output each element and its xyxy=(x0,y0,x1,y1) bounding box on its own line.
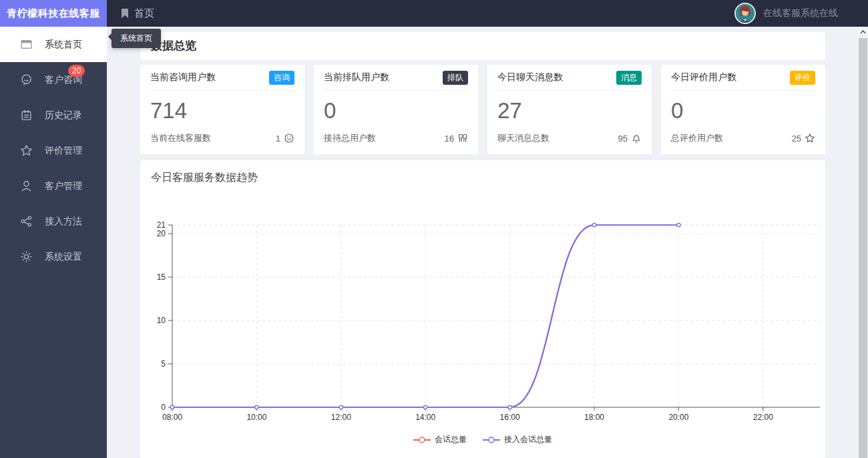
legend-marker-icon xyxy=(413,436,431,444)
consult-badge: 20 xyxy=(68,65,85,77)
share-icon xyxy=(20,215,33,228)
card-footer-label: 接待总用户数 xyxy=(324,132,376,144)
card-value: 0 xyxy=(671,98,815,124)
sidebar-item-label: 客户管理 xyxy=(45,180,82,192)
stat-cards: 当前咨询用户数 咨询 714 当前在线客服数 1 当前排队用户数 排 xyxy=(140,65,825,154)
sidebar-item-integration[interactable]: 接入方法 xyxy=(0,204,107,239)
svg-text:0: 0 xyxy=(161,403,166,412)
user-icon xyxy=(20,180,33,192)
tab-home-label: 首页 xyxy=(134,7,154,20)
card-title: 当前咨询用户数 xyxy=(150,71,216,83)
main-content: 数据总览 当前咨询用户数 咨询 714 当前在线客服数 1 xyxy=(107,27,858,458)
card-title: 今日聊天消息数 xyxy=(497,71,563,83)
sidebar-item-customers[interactable]: 客户管理 xyxy=(0,168,107,204)
svg-text:14:00: 14:00 xyxy=(415,413,435,422)
overview-header: 数据总览 xyxy=(140,32,825,60)
svg-text:15: 15 xyxy=(157,272,166,282)
sidebar-item-reviews[interactable]: 评价管理 xyxy=(0,133,107,168)
card-footer-value: 1 xyxy=(276,134,280,144)
svg-text:5: 5 xyxy=(161,359,166,369)
svg-text:10: 10 xyxy=(157,316,166,325)
card-footer-label: 总评价用户数 xyxy=(671,132,723,144)
legend-item[interactable]: 会话总量 xyxy=(413,434,467,445)
sidebar-item-label: 接入方法 xyxy=(45,216,82,228)
svg-text:21: 21 xyxy=(157,220,166,230)
svg-text:10:00: 10:00 xyxy=(246,413,266,422)
legend-marker-icon xyxy=(483,436,500,444)
card-today-reviews: 今日评价用户数 评价 0 总评价用户数 25 xyxy=(661,65,825,154)
sidebar-item-label: 历史记录 xyxy=(45,109,82,122)
sidebar-item-home[interactable]: 系统首页 xyxy=(0,27,107,62)
trend-panel: 今日客服服务数据趋势 051015202108:0010:0012:0014:0… xyxy=(140,160,825,458)
svg-text:20:00: 20:00 xyxy=(668,413,688,422)
online-status-text: 在线客服系统在线 xyxy=(763,7,838,19)
avatar[interactable] xyxy=(734,3,756,24)
card-today-messages: 今日聊天消息数 消息 27 聊天消息总数 95 xyxy=(487,65,652,154)
card-footer-label: 当前在线客服数 xyxy=(150,132,211,144)
card-title: 今日评价用户数 xyxy=(671,71,736,83)
scrollbar-up-arrow[interactable] xyxy=(858,27,868,37)
svg-text:22:00: 22:00 xyxy=(753,413,773,422)
bookmark-icon xyxy=(120,8,130,19)
tooltip-system-home: 系统首页 xyxy=(112,29,161,48)
sidebar: 系统首页 客户咨询 20 历史记录 评价管理 客户管理 xyxy=(0,27,107,458)
card-current-consulting: 当前咨询用户数 咨询 714 当前在线客服数 1 xyxy=(140,65,304,154)
card-footer-value: 16 xyxy=(445,134,454,144)
card-badge: 消息 xyxy=(616,71,642,85)
sidebar-item-settings[interactable]: 系统设置 xyxy=(0,239,107,274)
service-smile-icon xyxy=(284,133,294,144)
sidebar-item-label: 系统首页 xyxy=(45,39,82,51)
chat-face-icon xyxy=(20,73,33,86)
window-icon xyxy=(20,38,33,51)
scrollbar-thumb[interactable] xyxy=(859,38,867,458)
vertical-scrollbar[interactable] xyxy=(858,27,868,458)
topbar: 青柠檬科技在线客服 首页 在线客服系统在线 xyxy=(0,0,868,27)
card-value: 0 xyxy=(324,98,468,124)
star-icon xyxy=(20,144,33,157)
legend-label: 接入会话总量 xyxy=(504,434,552,445)
card-badge: 评价 xyxy=(790,71,815,85)
legend-item[interactable]: 接入会话总量 xyxy=(483,434,552,445)
star-icon xyxy=(805,133,815,144)
svg-text:18:00: 18:00 xyxy=(584,413,604,422)
card-badge: 咨询 xyxy=(269,71,294,85)
svg-text:16:00: 16:00 xyxy=(500,413,520,422)
sidebar-item-label: 评价管理 xyxy=(45,145,82,157)
card-footer-value: 95 xyxy=(618,134,628,144)
card-current-queue: 当前排队用户数 排队 0 接待总用户数 16 xyxy=(314,65,478,154)
card-footer-value: 25 xyxy=(792,134,801,144)
card-badge: 排队 xyxy=(443,71,468,85)
bell-icon xyxy=(631,133,642,144)
gear-icon xyxy=(20,250,33,263)
svg-text:20: 20 xyxy=(157,229,166,238)
card-value: 27 xyxy=(497,98,642,124)
card-title: 当前排队用户数 xyxy=(324,71,389,83)
chart-legend: 会话总量 接入会话总量 xyxy=(140,434,825,445)
legend-label: 会话总量 xyxy=(435,434,467,445)
sidebar-item-label: 系统设置 xyxy=(45,251,82,263)
card-value: 714 xyxy=(150,98,294,124)
trend-chart: 051015202108:0010:0012:0014:0016:0018:00… xyxy=(140,160,825,427)
sidebar-item-history[interactable]: 历史记录 xyxy=(0,97,107,133)
svg-text:12:00: 12:00 xyxy=(331,413,351,422)
svg-text:08:00: 08:00 xyxy=(162,413,182,422)
sidebar-item-consult[interactable]: 客户咨询 20 xyxy=(0,62,107,97)
card-footer-label: 聊天消息总数 xyxy=(497,132,550,144)
notebook-icon xyxy=(20,109,33,122)
brand-logo: 青柠檬科技在线客服 xyxy=(0,0,107,27)
topbar-right: 在线客服系统在线 xyxy=(734,0,868,27)
tab-home[interactable]: 首页 xyxy=(107,0,168,27)
avatar-image xyxy=(736,4,754,23)
users-icon xyxy=(457,133,468,144)
